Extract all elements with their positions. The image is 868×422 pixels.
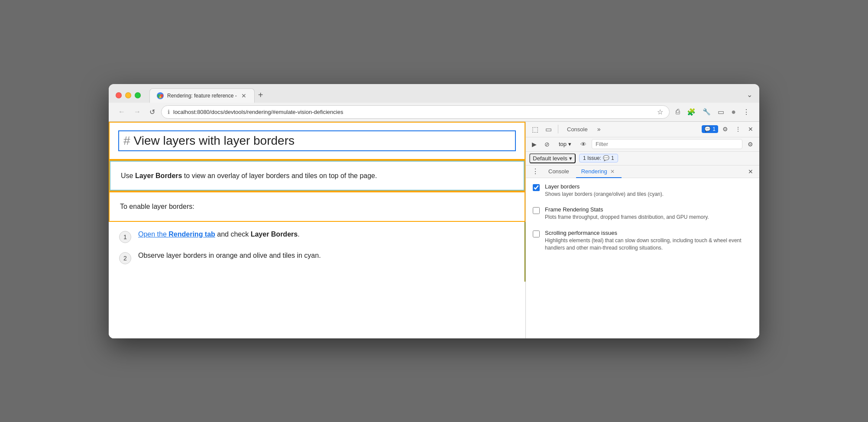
toolbar-divider [558,125,558,133]
refresh-button[interactable]: ↺ [147,106,158,118]
new-tab-button[interactable]: + [255,88,267,102]
window-controls: ⌄ [747,91,752,99]
sub-heading-section: To enable layer borders: [109,192,525,222]
console-settings-button[interactable]: ⚙ [745,139,756,149]
title-bar: Rendering: feature reference - ✕ + ⌄ [109,84,759,103]
nav-actions: ⎙ 🧩 🔧 ▭ ● ⋮ [673,106,752,118]
back-button[interactable]: ← [116,106,128,117]
filter-input[interactable] [592,139,742,149]
more-tabs-icon: » [597,126,601,133]
window-chevron-icon[interactable]: ⌄ [747,91,752,99]
issue-badge: 💬 1 [702,125,718,133]
traffic-lights [116,92,141,98]
eye-button[interactable]: 👁 [578,139,589,149]
levels-label: Default levels [533,155,567,162]
tab-rendering[interactable]: Rendering ✕ [576,166,622,178]
frame-stats-desc: Plots frame throughput, dropped frames d… [545,214,752,221]
close-drawer-icon: ✕ [748,168,753,175]
rendering-item-frame-stats: Frame Rendering Stats Plots frame throug… [533,206,752,221]
tab-close-button[interactable]: ✕ [240,92,247,99]
issue-label: 1 Issue: [583,155,601,161]
inspect-element-button[interactable]: ⬚ [529,123,541,135]
device-icon: ▭ [545,125,552,133]
step-item-1: 1 Open the Rendering tab and check Layer… [119,230,514,243]
step-2-text: Observe layer borders in orange and oliv… [138,252,321,260]
more-tabs-button[interactable]: » [595,124,603,134]
close-window-button[interactable] [116,92,122,98]
device-toggle-button[interactable]: ▭ [543,123,554,135]
eye-icon: 👁 [580,141,586,148]
active-tab[interactable]: Rendering: feature reference - ✕ [149,88,255,103]
page-heading: #View layers with layer borders [118,130,516,151]
settings-button[interactable]: ⚙ [720,124,731,134]
content-paragraph: Use Layer Borders to view an overlay of … [121,170,513,182]
play-button[interactable]: ▶ [529,139,539,149]
star-icon[interactable]: ☆ [657,108,663,116]
forward-icon: → [134,108,141,116]
nav-bar: ← → ↺ ℹ localhost:8080/docs/devtools/ren… [109,103,759,122]
tabs-area: Rendering: feature reference - ✕ + [149,88,742,103]
layer-borders-title: Layer borders [545,183,752,190]
close-devtools-button[interactable]: ✕ [745,124,756,134]
console-tab-label: Console [548,168,569,175]
share-button[interactable]: ⎙ [673,106,683,117]
sub-heading-text: To enable layer borders: [120,201,514,212]
rendering-tab-link[interactable]: Open the Rendering tab [138,230,215,238]
puzzle-button[interactable]: 🧩 [684,106,698,118]
devtools-panel: ⬚ ▭ Console » 💬 1 ⚙ ⋮ [525,122,759,338]
dropper-icon: 🔧 [703,108,711,115]
rendering-item-layer-borders: Layer borders Shows layer borders (orang… [533,183,752,198]
rendering-content: Layer borders Shows layer borders (orang… [526,178,759,338]
minimize-window-button[interactable] [125,92,131,98]
issue-chat-icon: 💬 [603,155,609,161]
maximize-window-button[interactable] [135,92,141,98]
split-view-button[interactable]: ▭ [715,106,727,118]
layer-borders-desc: Shows layer borders (orange/olive) and t… [545,191,752,198]
browser-window: Rendering: feature reference - ✕ + ⌄ ← →… [109,84,759,338]
split-view-icon: ▭ [718,108,724,116]
dropdown-chevron-icon: ▾ [568,141,571,147]
scrolling-title: Scrolling performance issues [545,230,752,236]
top-label: top [559,141,567,147]
scrolling-text: Scrolling performance issues Highlights … [545,230,752,252]
more-devtools-button[interactable]: ⋮ [732,124,744,134]
more-options-button[interactable]: ⋮ [740,106,752,118]
close-drawer-button[interactable]: ✕ [745,166,756,177]
address-bar[interactable]: ℹ localhost:8080/docs/devtools/rendering… [161,105,670,119]
more-options-icon: ⋮ [743,108,750,116]
main-area: #View layers with layer borders Use Laye… [109,122,759,338]
default-levels-button[interactable]: Default levels ▾ [529,153,576,163]
devtools-main-toolbar: ⬚ ▭ Console » 💬 1 ⚙ ⋮ [526,122,759,137]
hash-symbol: # [123,134,130,147]
step-number-2: 2 [119,252,131,264]
inspect-icon: ⬚ [532,125,538,133]
rendering-tab-close[interactable]: ✕ [609,169,616,175]
frame-stats-title: Frame Rendering Stats [545,206,752,213]
step-number-1: 1 [119,231,131,243]
frame-stats-checkbox[interactable] [533,207,540,214]
levels-bar: Default levels ▾ 1 Issue: 💬 1 [526,152,759,166]
layer-borders-checkbox[interactable] [533,184,540,191]
play-icon: ▶ [532,141,537,148]
steps-section: 1 Open the Rendering tab and check Layer… [109,222,525,282]
tab-console[interactable]: Console [543,166,574,178]
address-text: localhost:8080/docs/devtools/rendering/#… [173,109,654,115]
profile-button[interactable]: ● [729,106,738,118]
dropper-button[interactable]: 🔧 [700,106,713,117]
issue-count-badge[interactable]: 1 Issue: 💬 1 [579,154,618,162]
heading-text: View layers with layer borders [134,134,295,147]
console-settings-icon: ⚙ [748,141,753,148]
levels-dropdown-icon: ▾ [569,155,572,162]
block-button[interactable]: ⊘ [542,139,552,149]
content-section-inner: Use Layer Borders to view an overlay of … [110,161,525,191]
drawer-more-button[interactable]: ⋮ [529,166,541,177]
context-dropdown[interactable]: top ▾ [555,139,575,149]
console-tab-button[interactable]: Console [562,124,593,134]
step-list: 1 Open the Rendering tab and check Layer… [119,230,514,264]
back-icon: ← [118,108,125,116]
forward-button[interactable]: → [131,106,143,117]
drawer-tabs-bar: ⋮ Console Rendering ✕ ✕ [526,166,759,178]
scrolling-checkbox[interactable] [533,230,540,237]
console-toolbar: ▶ ⊘ top ▾ 👁 ⚙ [526,137,759,152]
scrolling-desc: Highlights elements (teal) that can slow… [545,237,752,252]
